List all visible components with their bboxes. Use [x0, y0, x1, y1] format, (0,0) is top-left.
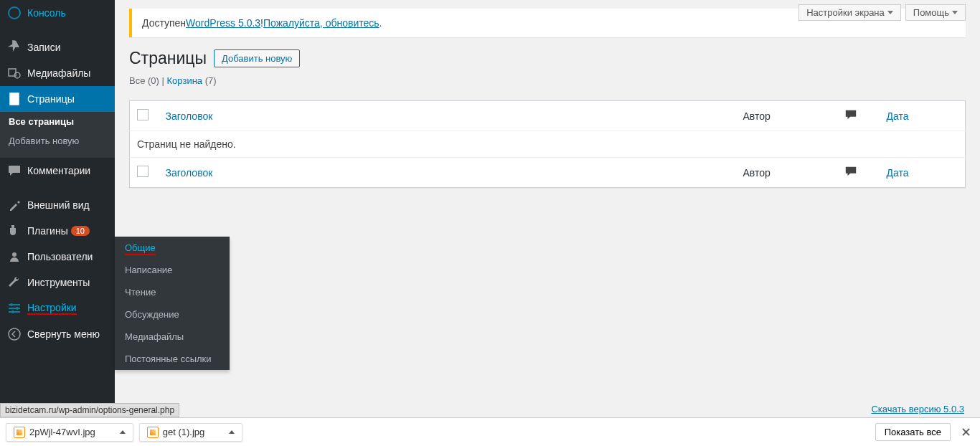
page-title: Страницы — [129, 49, 207, 68]
admin-sidebar: Консоль Записи Медиафайлы Страницы Все с… — [0, 0, 115, 417]
add-new-button[interactable]: Добавить новую — [214, 49, 300, 67]
flyout-item-general[interactable]: Общие — [115, 237, 230, 259]
sidebar-label: Настройки — [27, 302, 77, 315]
help-button[interactable]: Помощь — [905, 4, 966, 21]
comment-bubble-icon — [844, 108, 858, 121]
checkbox-icon[interactable] — [137, 166, 149, 177]
svg-point-2 — [14, 72, 20, 78]
checkbox-icon[interactable] — [137, 109, 149, 120]
sidebar-item-appearance[interactable]: Внешний вид — [0, 192, 115, 218]
caret-up-icon[interactable] — [229, 430, 235, 434]
download-item[interactable]: get (1).jpg — [139, 423, 243, 442]
col-author-footer: Автор — [736, 158, 837, 188]
sidebar-item-comments[interactable]: Комментарии — [0, 158, 115, 184]
download-item[interactable]: 2pWjl-47wvI.jpg — [6, 423, 133, 442]
sidebar-label: Свернуть меню — [27, 328, 100, 340]
sidebar-item-pages[interactable]: Страницы — [0, 86, 115, 112]
downloads-bar: 2pWjl-47wvI.jpg get (1).jpg Показать все… — [0, 417, 980, 446]
col-date-header[interactable]: Дата — [880, 101, 966, 131]
page-icon — [7, 92, 22, 106]
filter-all-count: (0) — [148, 75, 159, 86]
screen-options-button[interactable]: Настройки экрана — [798, 4, 901, 21]
col-date-footer[interactable]: Дата — [880, 158, 966, 188]
settings-flyout: Общие Написание Чтение Обсуждение Медиаф… — [115, 237, 230, 370]
table-empty-row: Страниц не найдено. — [130, 131, 966, 158]
select-all-footer[interactable] — [130, 158, 159, 188]
filter-links: Все (0) | Корзина (7) — [129, 75, 966, 86]
empty-message: Страниц не найдено. — [130, 131, 966, 158]
filter-all-label: Все — [129, 75, 145, 86]
media-icon — [7, 66, 22, 80]
col-title-footer[interactable]: Заголовок — [159, 158, 736, 188]
sidebar-label: Медиафайлы — [27, 67, 90, 79]
sidebar-item-collapse[interactable]: Свернуть меню — [0, 321, 115, 347]
file-icon — [14, 427, 25, 438]
col-author-header: Автор — [736, 101, 837, 131]
flyout-item-discussion[interactable]: Обсуждение — [115, 303, 230, 326]
sidebar-item-users[interactable]: Пользователи — [0, 244, 115, 270]
filter-trash-link[interactable]: Корзина — [167, 75, 203, 86]
svg-point-12 — [9, 328, 20, 340]
plugin-icon — [7, 224, 22, 238]
sidebar-label: Комментарии — [27, 165, 90, 176]
flyout-item-reading[interactable]: Чтение — [115, 281, 230, 303]
settings-icon — [7, 301, 22, 315]
svg-point-10 — [16, 307, 19, 310]
flyout-item-writing[interactable]: Написание — [115, 259, 230, 281]
svg-point-9 — [10, 303, 13, 306]
pages-table: Заголовок Автор Дата Страниц не найдено.… — [129, 100, 966, 188]
col-comments-header[interactable] — [837, 101, 880, 131]
col-title-header[interactable]: Заголовок — [159, 101, 736, 131]
top-controls: Настройки экрана Помощь — [798, 4, 966, 21]
filter-sep: | — [162, 75, 167, 86]
download-version-link[interactable]: Скачать версию 5.0.3 — [871, 404, 964, 414]
users-icon — [7, 250, 22, 264]
sidebar-label: Внешний вид — [27, 199, 90, 211]
caret-down-icon — [887, 11, 893, 14]
browser-status-bar: bizidetcam.ru/wp-admin/options-general.p… — [0, 403, 179, 417]
svg-rect-4 — [10, 93, 19, 105]
filter-trash-count: (7) — [205, 75, 217, 86]
update-now-link[interactable]: Пожалуйста, обновитесь — [263, 17, 380, 29]
wordpress-version-link[interactable]: WordPress 5.0.3 — [186, 17, 260, 29]
wrench-icon — [7, 275, 22, 290]
pages-table-wrap: Заголовок Автор Дата Страниц не найдено.… — [129, 100, 966, 188]
sidebar-label: Пользователи — [27, 251, 93, 262]
show-all-downloads-button[interactable]: Показать все — [875, 423, 951, 441]
comment-icon — [7, 163, 22, 178]
sidebar-label: Страницы — [27, 93, 75, 105]
collapse-icon — [7, 327, 22, 341]
sidebar-item-settings[interactable]: Настройки — [0, 295, 115, 321]
caret-up-icon[interactable] — [120, 430, 126, 434]
flyout-item-media[interactable]: Медиафайлы — [115, 326, 230, 348]
sidebar-item-posts[interactable]: Записи — [0, 34, 115, 60]
sidebar-item-plugins[interactable]: Плагины 10 — [0, 218, 115, 244]
plugin-update-badge: 10 — [71, 226, 90, 236]
page-header: Страницы Добавить новую — [129, 49, 966, 68]
sidebar-label: Плагины — [27, 225, 68, 237]
sidebar-subitem-all-pages[interactable]: Все страницы — [0, 112, 115, 131]
svg-point-11 — [11, 310, 14, 313]
sidebar-subitem-add-page[interactable]: Добавить новую — [0, 131, 115, 151]
flyout-item-permalinks[interactable]: Постоянные ссылки — [115, 348, 230, 370]
download-filename: get (1).jpg — [163, 427, 205, 437]
sidebar-label: Консоль — [27, 7, 66, 19]
close-downloads-icon[interactable]: ✕ — [958, 424, 974, 440]
select-all-header[interactable] — [130, 101, 159, 131]
sidebar-label: Инструменты — [27, 277, 90, 288]
caret-down-icon — [952, 11, 958, 14]
download-filename: 2pWjl-47wvI.jpg — [29, 427, 95, 437]
pin-icon — [7, 40, 22, 54]
comment-bubble-icon — [844, 165, 858, 178]
sidebar-label: Записи — [27, 42, 60, 53]
svg-point-5 — [12, 252, 17, 257]
file-icon — [147, 427, 159, 438]
download-version-link-wrap: Скачать версию 5.0.3 — [871, 404, 964, 414]
sidebar-item-tools[interactable]: Инструменты — [0, 270, 115, 295]
sidebar-item-dashboard[interactable]: Консоль — [0, 0, 115, 26]
sidebar-item-media[interactable]: Медиафайлы — [0, 60, 115, 86]
dashboard-icon — [7, 6, 22, 20]
main-content: Настройки экрана Помощь Доступен WordPre… — [115, 0, 980, 402]
col-comments-footer[interactable] — [837, 158, 880, 188]
notice-suffix: . — [380, 17, 382, 29]
